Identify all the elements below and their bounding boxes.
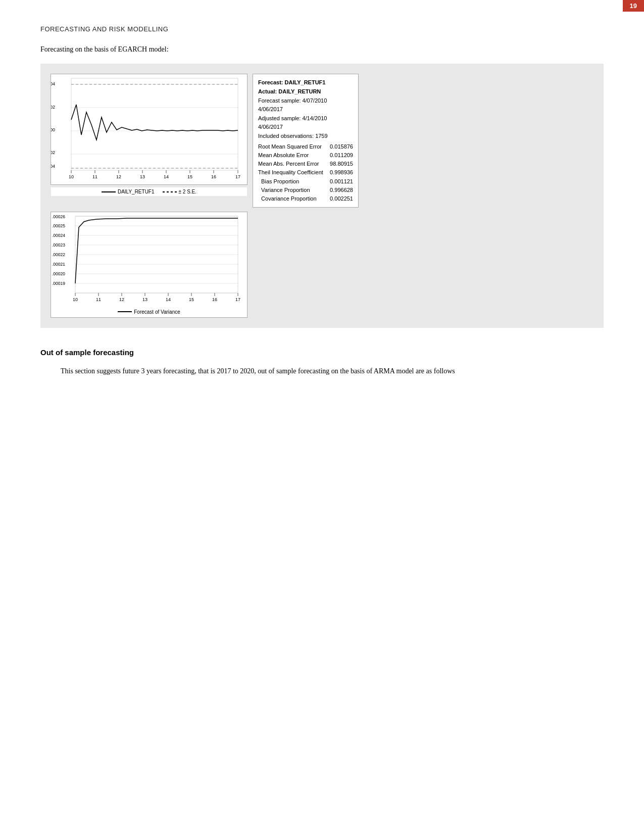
x-label-16: 16 xyxy=(211,174,216,179)
bot-y-00021: .00021 xyxy=(52,262,65,267)
bot-y-00025: .00025 xyxy=(52,223,65,228)
stats-row-bias: Bias Proportion 0.001121 xyxy=(258,177,353,186)
y-label-n04: -.04 xyxy=(51,164,55,169)
stats-value-rmse: 0.015876 xyxy=(330,142,353,151)
legend-dashed-label: ± 2 S.E. xyxy=(179,189,197,194)
stats-row-rmse: Root Mean Squared Error 0.015876 xyxy=(258,142,353,151)
bot-y-00022: .00022 xyxy=(52,252,65,257)
bottom-chart-panel: .00026 .00025 .00024 .00023 .00022 .0002… xyxy=(51,212,247,318)
x-label-14: 14 xyxy=(164,174,169,179)
bot-y-00023: .00023 xyxy=(52,242,65,248)
top-chart-legend: DAILY_RETUF1 ± 2 S.E. xyxy=(51,187,247,196)
bot-x-11: 11 xyxy=(96,297,101,302)
stats-value-mae: 0.011209 xyxy=(330,151,353,160)
stats-value-covariance: 0.002251 xyxy=(330,194,353,203)
legend-dashed-item: ± 2 S.E. xyxy=(163,189,197,194)
page-header: FORECASTING AND RISK MODELLING xyxy=(40,20,604,33)
stats-label-mae: Mean Absolute Error xyxy=(258,151,327,160)
legend-solid-item: DAILY_RETUF1 xyxy=(102,189,155,194)
stats-row-theil: Theil Inequality Coefficient 0.998936 xyxy=(258,168,353,177)
y-label-02: .02 xyxy=(51,105,55,110)
bot-x-12: 12 xyxy=(119,297,124,302)
stats-panel: Forecast: DAILY_RETUF1 Actual: DAILY_RET… xyxy=(253,74,359,208)
bot-x-17: 17 xyxy=(235,297,240,302)
x-label-11: 11 xyxy=(92,174,97,179)
stats-included-obs: Included observations: 1759 xyxy=(258,132,353,140)
legend-dashed-line xyxy=(163,191,177,192)
x-label-17: 17 xyxy=(235,174,240,179)
bot-x-13: 13 xyxy=(142,297,147,302)
stats-value-theil: 0.998936 xyxy=(330,168,353,177)
stats-label-theil: Theil Inequality Coefficient xyxy=(258,168,327,177)
x-label-15: 15 xyxy=(187,174,192,179)
stats-row-mae: Mean Absolute Error 0.011209 xyxy=(258,151,353,160)
bot-x-15: 15 xyxy=(189,297,194,302)
legend-solid-line xyxy=(102,191,116,192)
x-label-12: 12 xyxy=(116,174,121,179)
stats-forecast-sample: Forecast sample: 4/07/2010 4/06/2017 xyxy=(258,96,353,114)
legend-solid-label: DAILY_RETUF1 xyxy=(118,189,155,194)
stats-row-covariance: Covariance Proportion 0.002251 xyxy=(258,194,353,203)
y-label-n02: -.02 xyxy=(51,150,55,155)
x-label-13: 13 xyxy=(140,174,145,179)
legend-variance-item: Forecast of Variance xyxy=(118,309,180,315)
bot-x-14: 14 xyxy=(166,297,171,302)
stats-row-variance: Variance Proportion 0.996628 xyxy=(258,186,353,194)
stats-label-mape: Mean Abs. Percent Error xyxy=(258,160,327,168)
stats-label-rmse: Root Mean Squared Error xyxy=(258,142,327,151)
stats-label-covariance: Covariance Proportion xyxy=(258,194,327,203)
top-chart-panel: .04 .02 .00 -.02 -.04 xyxy=(51,74,247,185)
bot-x-10: 10 xyxy=(73,297,78,302)
y-label-04: .04 xyxy=(51,81,55,86)
page-number: 19 xyxy=(623,0,644,12)
stats-label-bias: Bias Proportion xyxy=(258,177,327,186)
stats-title-line2: Actual: DAILY_RETURN xyxy=(258,87,353,96)
bot-y-00026: .00026 xyxy=(52,214,65,219)
bottom-chart-legend: Forecast of Variance xyxy=(51,308,247,316)
legend-variance-line xyxy=(118,311,132,312)
stats-row-mape: Mean Abs. Percent Error 98.80915 xyxy=(258,160,353,168)
stats-value-bias: 0.001121 xyxy=(330,177,353,186)
page-container: 19 FORECASTING AND RISK MODELLING Foreca… xyxy=(0,0,644,834)
top-chart-row: .04 .02 .00 -.02 -.04 xyxy=(51,74,593,208)
stats-value-variance: 0.996628 xyxy=(330,186,353,194)
y-label-00: .00 xyxy=(51,127,55,132)
bot-x-16: 16 xyxy=(212,297,217,302)
out-of-sample-section: Out of sample forecasting This section s… xyxy=(40,348,604,378)
stats-label-variance: Variance Proportion xyxy=(258,186,327,194)
section-intro: Forecasting on the basis of EGARCH model… xyxy=(40,45,604,54)
top-chart-svg: .04 .02 .00 -.02 -.04 xyxy=(51,74,248,185)
out-of-sample-paragraph: This section suggests future 3 years for… xyxy=(40,365,604,378)
page-title: FORECASTING AND RISK MODELLING xyxy=(40,25,168,33)
bot-y-00020: .00020 xyxy=(52,271,65,276)
out-of-sample-heading: Out of sample forecasting xyxy=(40,348,604,357)
bot-y-00019: .00019 xyxy=(52,281,65,286)
plot-area xyxy=(71,78,238,170)
x-label-10: 10 xyxy=(69,174,74,179)
bottom-chart-container: .00026 .00025 .00024 .00023 .00022 .0002… xyxy=(51,212,593,318)
charts-area: .04 .02 .00 -.02 -.04 xyxy=(40,64,604,328)
legend-variance-label: Forecast of Variance xyxy=(134,309,180,315)
stats-title-line1: Forecast: DAILY_RETUF1 xyxy=(258,78,353,87)
bottom-chart-svg: .00026 .00025 .00024 .00023 .00022 .0002… xyxy=(51,212,248,306)
bot-y-00024: .00024 xyxy=(52,233,65,238)
stats-adjusted-sample: Adjusted sample: 4/14/2010 4/06/2017 xyxy=(258,114,353,131)
stats-value-mape: 98.80915 xyxy=(330,160,353,168)
